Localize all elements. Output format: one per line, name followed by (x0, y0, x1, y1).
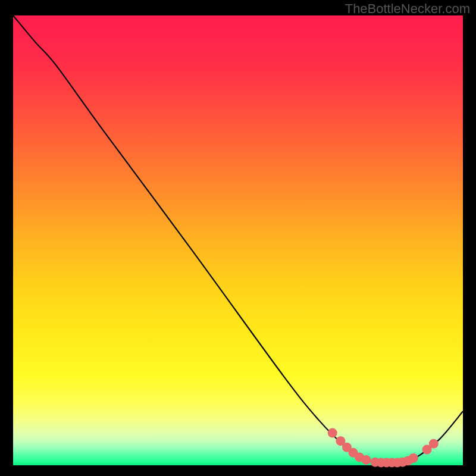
watermark-text: TheBottleNecker.com (345, 1, 470, 17)
data-marker (409, 453, 418, 463)
bottleneck-chart (0, 0, 476, 476)
data-marker (429, 439, 439, 449)
gradient-background (13, 15, 463, 465)
data-marker (328, 428, 337, 438)
data-marker (361, 455, 371, 465)
